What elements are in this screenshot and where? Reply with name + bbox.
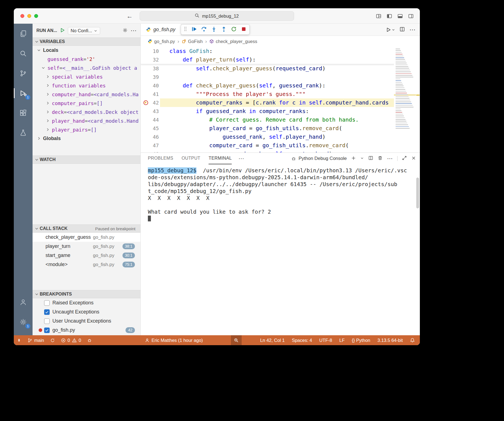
git-branch-status[interactable]: main xyxy=(28,338,44,343)
line-number[interactable]: 39 xyxy=(141,74,160,80)
indentation-status[interactable]: Spaces: 4 xyxy=(292,338,312,343)
code-line[interactable]: 43 if guessed_rank in computer_ranks: xyxy=(141,107,420,116)
new-terminal-icon[interactable] xyxy=(351,156,356,162)
breadcrumb-class[interactable]: GoFish xyxy=(188,39,203,44)
search-view-icon[interactable] xyxy=(14,47,33,60)
toggle-sidebar-icon[interactable] xyxy=(386,13,392,19)
tab-output[interactable]: OUTPUT xyxy=(182,153,200,164)
run-and-debug-icon[interactable]: 1 xyxy=(14,87,33,100)
debug-settings-gear-icon[interactable] xyxy=(122,28,128,34)
problems-status[interactable]: 0 0 xyxy=(61,338,81,343)
maximize-panel-icon[interactable] xyxy=(402,155,407,162)
views-more-actions-icon[interactable]: ⋯ xyxy=(130,27,137,34)
python-debug-console-selector[interactable]: Python Debug Console xyxy=(291,156,347,161)
breadcrumb-method[interactable]: check_player_guess xyxy=(216,39,257,44)
call-stack-section-header[interactable]: CALL STACK Paused on breakpoint xyxy=(33,224,140,233)
step-out-icon[interactable] xyxy=(221,26,227,33)
tab-terminal[interactable]: TERMINAL xyxy=(209,153,232,164)
code-line[interactable]: 42 computer_ranks = [c.rank for c in sel… xyxy=(141,98,420,107)
sticky-line[interactable]: 32 def player_turn(self): xyxy=(141,55,420,64)
settings-gear-icon[interactable]: 1 xyxy=(14,315,33,329)
variable-row[interactable]: function variables xyxy=(33,81,140,90)
scope-row[interactable]: Locals xyxy=(33,46,140,55)
line-number[interactable]: 38 xyxy=(141,66,160,71)
breakpoint-item[interactable]: User Uncaught Exceptions xyxy=(33,317,140,326)
variable-row[interactable]: guessed_rank = '2' xyxy=(33,55,140,63)
toggle-panel-icon[interactable] xyxy=(397,13,403,19)
code-line[interactable]: 40 def check_player_guess(self, guessed_… xyxy=(141,81,420,90)
breakpoint-item[interactable]: Uncaught Exceptions xyxy=(33,307,140,317)
line-number[interactable]: 48 xyxy=(141,151,160,152)
breadcrumb-file[interactable]: go_fish.py xyxy=(154,39,175,44)
line-number[interactable]: 47 xyxy=(141,143,160,148)
explorer-icon[interactable] xyxy=(14,27,33,40)
scope-row[interactable]: Globals xyxy=(33,134,140,143)
step-into-icon[interactable] xyxy=(211,26,217,33)
encoding-status[interactable]: UTF-8 xyxy=(319,338,332,343)
line-number[interactable]: 10 xyxy=(141,48,160,54)
call-stack-frame[interactable]: <module>go_fish.py75:1 xyxy=(33,260,140,269)
eol-status[interactable]: LF xyxy=(339,338,345,343)
command-center[interactable]: mp155_debug_12 xyxy=(140,11,294,21)
notifications-bell-icon[interactable] xyxy=(410,338,415,343)
breakpoint-item[interactable]: Raised Exceptions xyxy=(33,298,140,307)
source-control-icon[interactable] xyxy=(14,67,33,80)
variable-row[interactable]: deck = <card_models.Deck object xyxy=(33,108,140,116)
variable-row[interactable]: computer_pairs = [] xyxy=(33,99,140,108)
drag-handle-icon[interactable] xyxy=(184,26,187,33)
code-line[interactable]: 39 xyxy=(141,73,420,81)
terminal-scrollbar[interactable] xyxy=(416,178,419,208)
call-stack-frame[interactable]: start_gamego_fish.py30:1 xyxy=(33,251,140,260)
variable-row[interactable]: computer_hand = <card_models.Ha xyxy=(33,90,140,99)
git-blame-status[interactable]: Eric Matthes (1 hour ago) xyxy=(145,338,203,343)
zoom-button[interactable] xyxy=(34,14,38,18)
breakpoint-item[interactable]: go_fish.py42 xyxy=(33,326,140,335)
accounts-icon[interactable] xyxy=(14,296,33,309)
language-mode-status[interactable]: {} Python xyxy=(352,338,370,343)
code-editor[interactable]: 10class GoFish:32 def player_turn(self):… xyxy=(141,47,420,152)
debugpy-status-icon[interactable] xyxy=(87,338,92,343)
code-line[interactable]: 44 # Correct guess. Remove card from bot… xyxy=(141,116,420,124)
python-interpreter-status[interactable]: 3.13.5 64-bit xyxy=(377,338,403,343)
line-number[interactable]: 46 xyxy=(141,134,160,140)
terminal-output[interactable]: mp155_debug_12$ /usr/bin/env /Users/eric… xyxy=(141,164,420,335)
restart-icon[interactable] xyxy=(231,26,237,33)
variables-section-header[interactable]: VARIABLES xyxy=(33,37,140,46)
kill-terminal-icon[interactable] xyxy=(378,155,383,162)
line-number[interactable]: 41 xyxy=(141,91,160,97)
variable-row[interactable]: special variables xyxy=(33,72,140,81)
code-line[interactable]: 46 guessed_rank, self.player_hand) xyxy=(141,133,420,141)
panel-more-actions-icon[interactable]: ⋯ xyxy=(387,155,393,162)
stop-icon[interactable] xyxy=(241,26,247,33)
checkbox[interactable] xyxy=(44,300,50,306)
minimize-button[interactable] xyxy=(27,14,31,18)
line-number[interactable]: 43 xyxy=(141,108,160,114)
continue-icon[interactable] xyxy=(191,26,197,33)
cursor-position-status[interactable]: Ln 42, Col 1 xyxy=(260,338,285,343)
toggle-secondary-sidebar-icon[interactable] xyxy=(408,13,414,19)
tab-problems[interactable]: PROBLEMS xyxy=(148,153,173,164)
split-editor-icon[interactable] xyxy=(399,26,405,33)
breakpoints-section-header[interactable]: BREAKPOINTS xyxy=(33,290,140,298)
back-button[interactable]: ← xyxy=(126,12,133,20)
tab-go-fish[interactable]: go_fish.py xyxy=(141,24,181,36)
checkbox[interactable] xyxy=(44,309,50,315)
testing-icon[interactable] xyxy=(14,126,33,140)
zoom-status-icon[interactable] xyxy=(231,335,242,345)
sync-changes-icon[interactable] xyxy=(50,338,55,343)
remote-indicator[interactable] xyxy=(17,338,22,343)
close-button[interactable] xyxy=(20,14,24,18)
checkbox[interactable] xyxy=(44,328,50,333)
checkbox[interactable] xyxy=(44,318,50,324)
step-over-icon[interactable] xyxy=(201,26,207,33)
close-panel-icon[interactable] xyxy=(411,156,416,162)
watch-section-header[interactable]: WATCH xyxy=(33,155,140,164)
editor-more-actions-icon[interactable]: ⋯ xyxy=(409,26,415,33)
line-number[interactable]: 40 xyxy=(141,83,160,89)
run-python-file-icon[interactable] xyxy=(386,27,395,33)
split-terminal-icon[interactable] xyxy=(368,155,373,162)
editor-layout-icon[interactable] xyxy=(376,13,382,19)
start-debugging-icon[interactable] xyxy=(60,28,65,34)
minimap[interactable] xyxy=(394,47,416,152)
terminal-dropdown-icon[interactable] xyxy=(360,156,364,161)
